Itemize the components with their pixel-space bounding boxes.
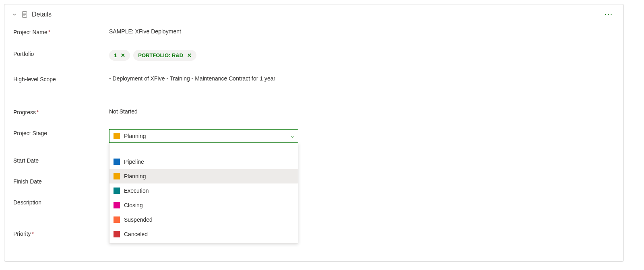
chevron-down-icon[interactable] bbox=[12, 12, 17, 17]
label-portfolio: Portfolio bbox=[13, 50, 109, 57]
color-swatch bbox=[114, 159, 120, 165]
chevron-down-icon: ⌵ bbox=[291, 133, 294, 139]
label-project-name: Project Name* bbox=[13, 28, 109, 35]
row-finish-date: Finish Date bbox=[13, 177, 615, 185]
close-icon[interactable]: ✕ bbox=[121, 52, 125, 58]
portfolio-tag[interactable]: PORTFOLIO: R&D ✕ bbox=[133, 50, 196, 61]
tag-label: 1 bbox=[114, 52, 117, 58]
required-mark: * bbox=[48, 29, 50, 35]
value-project-stage: Planning ⌵ PipelinePlanningExecutionClos… bbox=[109, 129, 298, 143]
section-header: Details ··· bbox=[4, 4, 623, 24]
row-start-date: Start Date bbox=[13, 157, 615, 164]
value-project-name[interactable]: SAMPLE: XFive Deployment bbox=[109, 28, 298, 35]
color-swatch bbox=[114, 133, 120, 139]
form-body: Project Name* SAMPLE: XFive Deployment P… bbox=[4, 24, 623, 237]
required-mark: * bbox=[37, 109, 39, 115]
row-project-stage: Project Stage Planning ⌵ PipelinePlannin… bbox=[13, 129, 615, 143]
option-label: Closing bbox=[124, 202, 143, 208]
color-swatch bbox=[114, 216, 120, 223]
project-stage-dropdown: PipelinePlanningExecutionClosingSuspende… bbox=[109, 143, 298, 243]
details-card: Details ··· Project Name* SAMPLE: XFive … bbox=[4, 4, 624, 262]
section-title: Details bbox=[32, 11, 52, 18]
close-icon[interactable]: ✕ bbox=[187, 52, 192, 58]
project-stage-select[interactable]: Planning ⌵ bbox=[109, 129, 298, 143]
option-label: Planning bbox=[124, 173, 146, 179]
color-swatch bbox=[114, 231, 120, 237]
color-swatch bbox=[114, 202, 120, 208]
dropdown-option[interactable]: Closing bbox=[109, 198, 298, 212]
more-menu-icon[interactable]: ··· bbox=[601, 8, 616, 20]
row-project-name: Project Name* SAMPLE: XFive Deployment bbox=[13, 28, 615, 35]
option-label: Suspended bbox=[124, 216, 153, 223]
row-scope: High-level Scope - Deployment of XFive -… bbox=[13, 75, 615, 82]
tag-label: PORTFOLIO: R&D bbox=[138, 52, 183, 58]
label-scope: High-level Scope bbox=[13, 75, 109, 82]
row-portfolio: Portfolio 1 ✕ PORTFOLIO: R&D ✕ bbox=[13, 50, 615, 61]
document-icon bbox=[21, 11, 28, 18]
row-progress: Progress* Not Started bbox=[13, 108, 615, 115]
dropdown-option[interactable]: Pipeline bbox=[109, 155, 298, 169]
portfolio-tag[interactable]: 1 ✕ bbox=[109, 50, 130, 61]
label-description: Description bbox=[13, 198, 109, 206]
row-priority: Priority* bbox=[13, 230, 615, 237]
label-project-stage: Project Stage bbox=[13, 129, 109, 136]
color-swatch bbox=[114, 173, 120, 179]
value-progress[interactable]: Not Started bbox=[109, 108, 298, 115]
label-finish-date: Finish Date bbox=[13, 177, 109, 185]
dropdown-option[interactable]: Execution bbox=[109, 183, 298, 198]
required-mark: * bbox=[32, 231, 34, 237]
label-start-date: Start Date bbox=[13, 157, 109, 164]
option-label: Pipeline bbox=[124, 159, 144, 165]
option-label: Canceled bbox=[124, 231, 148, 237]
select-value: Planning bbox=[124, 133, 291, 139]
value-scope[interactable]: - Deployment of XFive - Training - Maint… bbox=[109, 75, 298, 82]
dropdown-option[interactable]: Canceled bbox=[109, 227, 298, 241]
row-description: Description bbox=[13, 198, 615, 206]
value-portfolio[interactable]: 1 ✕ PORTFOLIO: R&D ✕ bbox=[109, 50, 298, 61]
label-progress: Progress* bbox=[13, 108, 109, 115]
dropdown-option[interactable]: Planning bbox=[109, 169, 298, 183]
option-label: Execution bbox=[124, 188, 149, 194]
dropdown-option[interactable]: Suspended bbox=[109, 212, 298, 227]
color-swatch bbox=[114, 188, 120, 194]
label-priority: Priority* bbox=[13, 230, 109, 237]
